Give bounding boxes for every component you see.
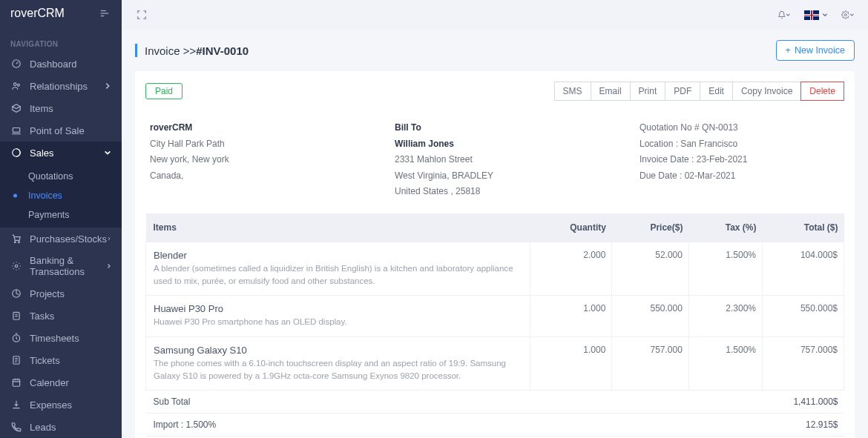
item-price: 52.000 (612, 242, 689, 296)
delete-button[interactable]: Delete (800, 82, 844, 101)
settings-icon[interactable] (841, 8, 855, 21)
item-tax: 1.500% (688, 242, 762, 296)
nav-item-label: Dashboard (30, 59, 77, 70)
items-table: Items Quantity Price($) Tax (%) Total ($… (145, 213, 844, 438)
item-price: 550.000 (612, 296, 689, 336)
item-qty: 1.000 (530, 336, 612, 391)
sidebar-item-tickets[interactable]: Tickets (0, 349, 122, 371)
tasks-icon (10, 310, 22, 322)
status-badge: Paid (145, 83, 183, 99)
item-total: 104.000$ (763, 242, 844, 296)
item-tax: 1.500% (688, 336, 762, 391)
svg-point-8 (14, 242, 16, 243)
item-tax: 2.300% (688, 296, 762, 336)
location: Location : San Francisco (640, 136, 840, 153)
item-name: Samsung Galaxy S10 (154, 345, 524, 356)
subnav-payments[interactable]: Payments (0, 205, 122, 225)
billto-title: Bill To (395, 122, 421, 133)
email-button[interactable]: Email (591, 82, 631, 101)
sidebar-item-tasks[interactable]: Tasks (0, 305, 122, 327)
item-price: 757.000 (612, 336, 689, 391)
subnav-invoices[interactable]: Invoices (0, 186, 122, 205)
banking-transactions-icon (10, 260, 22, 272)
svg-rect-6 (13, 128, 19, 133)
sidebar-item-calender[interactable]: Calender (0, 371, 122, 394)
totals-label: Import : 1.500% (146, 414, 763, 437)
svg-point-16 (844, 14, 846, 16)
brand-bar: roverCRM (0, 0, 122, 27)
from-name: roverCRM (150, 122, 192, 133)
edit-button[interactable]: Edit (700, 82, 733, 101)
new-invoice-button[interactable]: + New Invoice (776, 40, 855, 61)
print-button[interactable]: Print (630, 82, 666, 101)
purchases-stocks-icon (10, 233, 22, 245)
svg-rect-15 (13, 379, 19, 386)
sidebar-item-banking-transactions[interactable]: Banking & Transactions (0, 250, 122, 282)
item-desc: The phone comes with a 6.10-inch touchsc… (154, 357, 524, 383)
invoice-card: Paid SMSEmailPrintPDFEditCopy InvoiceDel… (135, 71, 855, 438)
sidebar: roverCRM NAVIGATION DashboardRelationshi… (0, 0, 122, 438)
totals-label: Sub Total (146, 391, 763, 414)
nav-item-label: Items (30, 103, 53, 114)
billto-line2: West Virginia, BRADLEY (395, 168, 617, 185)
from-line1: City Hall Park Path (150, 136, 372, 153)
sidebar-item-purchases-stocks[interactable]: Purchases/Stocks (0, 228, 122, 250)
item-total: 550.000$ (763, 296, 844, 336)
sidebar-item-projects[interactable]: Projects (0, 282, 122, 305)
items-icon (10, 102, 22, 114)
sidebar-item-leads[interactable]: Leads (0, 416, 122, 438)
leads-icon (10, 421, 22, 433)
item-name: Blender (154, 250, 524, 261)
meta-from: roverCRM City Hall Park Path New york, N… (150, 120, 372, 200)
nav-item-label: Relationships (30, 81, 88, 92)
timesheets-icon (10, 332, 22, 344)
accent-bar (135, 44, 137, 57)
sms-button[interactable]: SMS (554, 82, 591, 101)
meta-invoice-info: Quotation No # QN-0013 Location : San Fr… (640, 120, 840, 200)
sidebar-item-point-of-sale[interactable]: Point of Sale (0, 119, 122, 142)
sidebar-item-items[interactable]: Items (0, 97, 122, 119)
nav-header: NAVIGATION (0, 27, 122, 53)
page-title-id: #INV-0010 (196, 44, 249, 57)
nav-item-label: Tasks (30, 311, 54, 322)
nav-item-label: Leads (30, 422, 56, 433)
sidebar-item-relationships[interactable]: Relationships (0, 75, 122, 97)
calender-icon (10, 376, 22, 388)
nav-item-label: Banking & Transactions (30, 255, 106, 277)
due-date: Due Date : 02-Mar-2021 (640, 168, 840, 185)
col-price: Price($) (612, 213, 689, 242)
tickets-icon (10, 354, 22, 366)
fullscreen-icon[interactable] (135, 8, 148, 21)
totals-value: 1,411.000$ (763, 391, 844, 414)
sidebar-item-sales[interactable]: Sales (0, 142, 122, 164)
plus-icon: + (786, 45, 791, 56)
col-total: Total ($) (763, 213, 844, 242)
billto-line1: 2331 Mahlon Street (395, 152, 617, 168)
sidebar-toggle-icon[interactable] (98, 7, 111, 20)
sidebar-item-timesheets[interactable]: Timesheets (0, 327, 122, 349)
nav-item-label: Purchases/Stocks (30, 233, 107, 245)
billto-line3: United States , 25818 (395, 184, 617, 200)
subnav-quotations[interactable]: Quotations (0, 167, 122, 186)
language-switcher[interactable] (804, 10, 828, 20)
expenses-icon (10, 399, 22, 411)
notifications-icon[interactable] (777, 8, 791, 21)
totals-row: Import : 1.500%12.915$ (146, 414, 844, 437)
breadcrumb: Invoice >> #INV-0010 (135, 44, 249, 57)
item-total: 757.000$ (763, 336, 844, 391)
sidebar-item-expenses[interactable]: Expenses (0, 394, 122, 416)
dashboard-icon (10, 58, 22, 70)
item-desc: Huawei P30 Pro smartphone has an OLED di… (154, 316, 524, 328)
page-title-prefix: Invoice >> (145, 44, 196, 57)
relationships-icon (10, 80, 22, 92)
quote-number: Quotation No # QN-0013 (640, 120, 840, 136)
nav-item-label: Expenses (30, 399, 72, 411)
copy-invoice-button[interactable]: Copy Invoice (732, 82, 801, 101)
from-line3: Canada, (150, 168, 372, 185)
nav-item-label: Point of Sale (30, 125, 85, 136)
totals-value: 12.915$ (763, 414, 844, 437)
sidebar-item-dashboard[interactable]: Dashboard (0, 53, 122, 75)
pdf-button[interactable]: PDF (665, 82, 700, 101)
svg-point-4 (14, 83, 17, 86)
item-qty: 2.000 (530, 242, 612, 296)
